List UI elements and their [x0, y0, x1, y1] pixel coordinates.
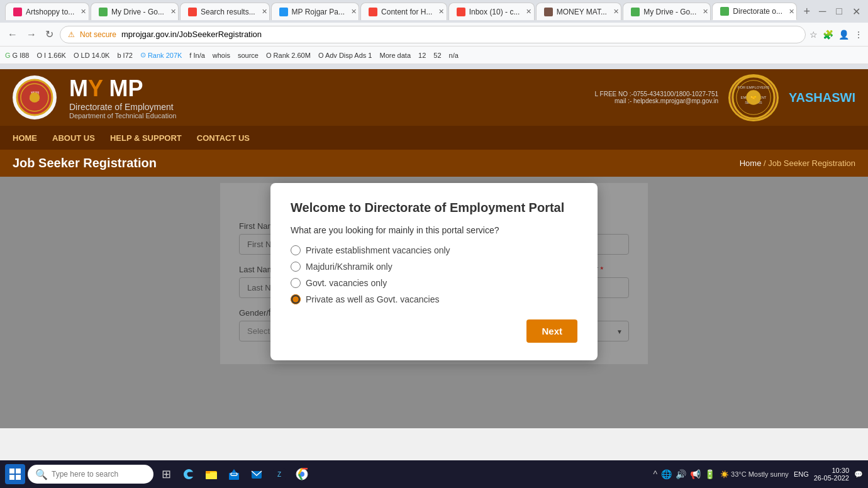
- taskbar: 🔍 ⊞ Z ^ 🌐 🔊 📢 🔋 ☀️: [0, 460, 868, 488]
- toolbar-icons: ☆ 🧩 👤 ⋮: [810, 30, 863, 40]
- taskbar-search[interactable]: 🔍: [28, 465, 153, 484]
- page-heading: Job Seeker Registration: [13, 156, 157, 170]
- tab-close-btn[interactable]: ✕: [526, 8, 531, 16]
- clock[interactable]: 10:30 26-05-2022: [814, 467, 849, 482]
- nav-contact[interactable]: CONTACT US: [197, 133, 250, 143]
- tab-label: Directorate o...: [733, 7, 782, 16]
- ext-adv: O Adv Disp Ads 1: [318, 52, 372, 59]
- tab-gdrive2[interactable]: My Drive - Go... ✕: [623, 3, 711, 20]
- welcome-modal: Welcome to Directorate of Employment Por…: [270, 183, 598, 360]
- chevron-icon[interactable]: ^: [653, 469, 657, 479]
- nav-home[interactable]: HOME: [13, 133, 37, 143]
- url-text: mprojgar.gov.in/JobSeekerRegistration: [121, 30, 262, 39]
- tab-close-btn[interactable]: ✕: [613, 8, 619, 16]
- taskbar-edge[interactable]: [179, 464, 199, 484]
- svg-rect-16: [16, 475, 21, 480]
- nav-help[interactable]: HELP & SUPPORT: [110, 133, 182, 143]
- subtitle1: Directorate of Employment: [69, 102, 582, 112]
- nav-about[interactable]: ABOUT US: [52, 133, 95, 143]
- address-bar[interactable]: ⚠ Not secure mprojgar.gov.in/JobSeekerRe…: [60, 26, 806, 43]
- taskbar-app1[interactable]: Z: [269, 464, 289, 484]
- radio-item-1[interactable]: Private establishment vacancies only: [291, 245, 577, 255]
- tab-label: My Drive - Go...: [643, 8, 696, 16]
- radio-label-1: Private establishment vacancies only: [306, 245, 450, 255]
- tab-search[interactable]: Search results... ✕: [180, 3, 270, 20]
- breadcrumb-home[interactable]: Home: [740, 158, 762, 168]
- radio-input-2[interactable]: [291, 262, 301, 272]
- modal-overlay: Welcome to Directorate of Employment Por…: [0, 177, 868, 428]
- ext-rank2: O Rank 2.60M: [266, 52, 311, 59]
- new-tab-button[interactable]: +: [798, 5, 815, 18]
- ext-g: G G I88: [5, 52, 29, 59]
- contact-info: L FREE NO :-0755-4343100/1800-1027-751 m…: [595, 91, 718, 104]
- taskbar-search-input[interactable]: [52, 470, 146, 479]
- tab-label: MP Rojgar Pa...: [292, 8, 345, 16]
- tab-close-btn[interactable]: ✕: [262, 8, 267, 16]
- maximize-button[interactable]: □: [833, 3, 845, 19]
- tab-label: My Drive - Go...: [111, 8, 164, 16]
- tab-money[interactable]: MONEY MAT... ✕: [536, 3, 622, 20]
- svg-rect-14: [16, 469, 21, 474]
- tab-close-btn[interactable]: ✕: [438, 8, 444, 16]
- radio-item-2[interactable]: Majduri/Kshramik only: [291, 262, 577, 272]
- minimize-button[interactable]: ─: [816, 3, 828, 19]
- menu-icon[interactable]: ⋮: [854, 30, 863, 40]
- network-icon[interactable]: 🌐: [661, 469, 672, 479]
- page-title-bar: Job Seeker Registration Home / Job Seeke…: [0, 150, 868, 177]
- tab-close-btn[interactable]: ✕: [170, 8, 176, 16]
- radio-input-4[interactable]: [291, 294, 301, 304]
- battery-icon[interactable]: 🔋: [704, 469, 715, 479]
- system-tray: ^ 🌐 🔊 📢 🔋: [653, 469, 715, 479]
- radio-input-1[interactable]: [291, 245, 301, 255]
- puzzle-icon[interactable]: 🧩: [823, 30, 833, 40]
- ext-more[interactable]: More data: [380, 52, 411, 59]
- svg-rect-13: [9, 469, 14, 474]
- tab-gdrive1[interactable]: My Drive - Go... ✕: [91, 3, 179, 20]
- close-window-button[interactable]: ✕: [850, 3, 863, 20]
- back-button[interactable]: ←: [5, 26, 20, 43]
- bookmark-icon[interactable]: ☆: [810, 30, 818, 40]
- tab-mprojgar[interactable]: MP Rojgar Pa... ✕: [271, 3, 360, 20]
- notification-icon[interactable]: 💬: [854, 470, 863, 479]
- taskbar-chrome[interactable]: [292, 464, 312, 484]
- forward-button[interactable]: →: [24, 26, 39, 43]
- tab-bar: Artshoppy to... ✕ My Drive - Go... ✕ Sea…: [0, 0, 868, 23]
- tab-directorate[interactable]: Directorate o... ✕: [712, 3, 797, 20]
- tab-close-btn[interactable]: ✕: [789, 8, 794, 16]
- svg-rect-19: [206, 471, 210, 474]
- site-logo: भारत सरकार: [13, 75, 57, 119]
- speaker-icon[interactable]: 📢: [690, 469, 701, 479]
- radio-label-2: Majduri/Kshramik only: [306, 262, 392, 272]
- tab-favicon: [99, 8, 108, 16]
- radio-input-3[interactable]: [291, 278, 301, 288]
- tab-close-btn[interactable]: ✕: [351, 8, 357, 16]
- tab-close-btn[interactable]: ✕: [81, 8, 86, 16]
- profile-icon[interactable]: 👤: [838, 30, 849, 40]
- svg-text:🤝: 🤝: [750, 94, 757, 101]
- tab-content[interactable]: Content for H... ✕: [360, 3, 447, 20]
- next-button[interactable]: Next: [526, 319, 577, 343]
- tab-favicon: [720, 7, 729, 16]
- tab-inbox[interactable]: Inbox (10) - c... ✕: [448, 3, 535, 20]
- weather-text: 33°C Mostly sunny: [731, 470, 789, 478]
- time-text: 10:30: [814, 467, 849, 474]
- breadcrumb: Home / Job Seeker Registration: [740, 158, 855, 168]
- taskbar-task-view[interactable]: ⊞: [156, 464, 176, 484]
- tab-artshoppy[interactable]: Artshoppy to... ✕: [5, 3, 89, 20]
- radio-item-4[interactable]: Private as well as Govt. vacancies: [291, 294, 577, 304]
- radio-item-3[interactable]: Govt. vacancies only: [291, 278, 577, 288]
- volume-icon[interactable]: 🔊: [676, 469, 686, 479]
- brand-title: MY MP: [69, 75, 582, 102]
- tab-close-btn[interactable]: ✕: [703, 8, 708, 16]
- tab-label: Artshoppy to...: [26, 8, 74, 16]
- header-right: L FREE NO :-0755-4343100/1800-1027-751 m…: [595, 74, 855, 121]
- taskbar-store[interactable]: [224, 464, 244, 484]
- emp-logo: FOR EMPLOYERS AND EMPLOYMENT SEEKERS 🤝: [728, 74, 779, 121]
- taskbar-file-explorer[interactable]: [201, 464, 221, 484]
- address-bar-row: ← → ↻ ⚠ Not secure mprojgar.gov.in/JobSe…: [0, 23, 868, 47]
- modal-title: Welcome to Directorate of Employment Por…: [291, 201, 577, 215]
- security-label: Not secure: [80, 30, 116, 39]
- start-button[interactable]: [5, 464, 25, 484]
- taskbar-mail[interactable]: [247, 464, 267, 484]
- reload-button[interactable]: ↻: [43, 26, 56, 43]
